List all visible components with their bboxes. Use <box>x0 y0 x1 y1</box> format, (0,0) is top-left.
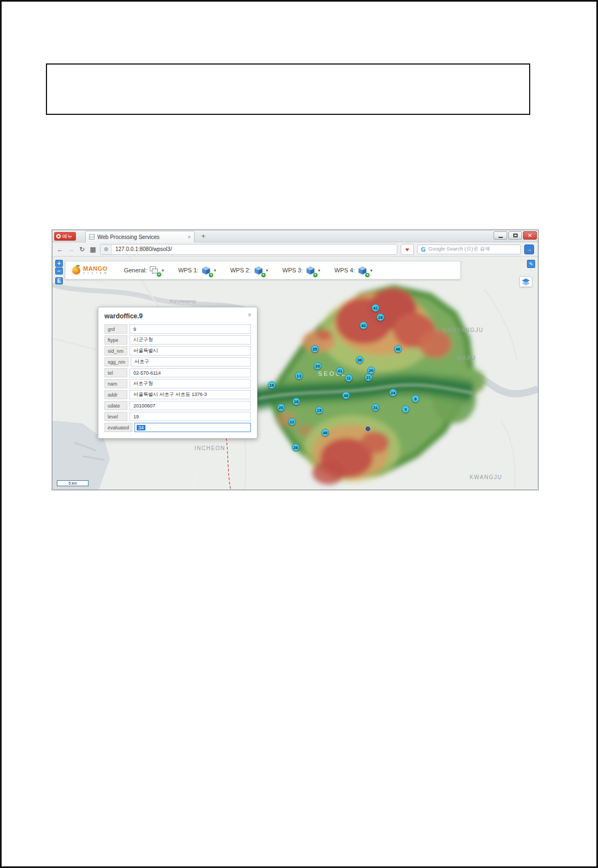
edit-mode-button[interactable]: E <box>55 277 63 284</box>
evaluated-input[interactable]: 34 <box>134 423 251 432</box>
popup-field-label: sgg_nm <box>104 357 128 366</box>
popup-row: sgg_nm서초구 <box>104 357 251 366</box>
scale-bar: 5 km <box>57 480 89 486</box>
map-marker[interactable]: 46 <box>321 429 329 436</box>
opera-logo-icon <box>56 234 61 238</box>
map-marker[interactable]: 0 <box>402 405 409 413</box>
map-marker[interactable]: 42 <box>372 304 379 312</box>
map-marker[interactable]: 24 <box>389 389 397 397</box>
popup-field-value: 시군구청 <box>130 335 251 345</box>
map-label: NAMYANGJU <box>442 327 484 333</box>
map-marker[interactable]: 16 <box>268 381 275 389</box>
search-box[interactable]: G Google Search (으)로 검색 <box>417 244 521 254</box>
map-marker[interactable]: 46 <box>394 345 402 353</box>
window-controls: ✕ <box>494 231 537 240</box>
speed-dial-icon[interactable]: ▦ <box>89 246 97 253</box>
map-marker[interactable]: 20 <box>367 366 375 374</box>
maximize-icon <box>513 234 518 237</box>
map-marker[interactable]: 35 <box>311 345 319 353</box>
toolbar-item-label: WPS 2: <box>230 267 250 273</box>
map-marker[interactable]: 15 <box>315 406 323 414</box>
map-marker[interactable]: 48 <box>342 392 350 399</box>
map-marker[interactable]: 26 <box>292 444 300 451</box>
toolbar-item-label: WPS 4: <box>335 267 355 273</box>
map-marker[interactable]: 31 <box>372 404 379 411</box>
forward-icon[interactable]: → <box>67 246 75 253</box>
map-area[interactable]: 한강 (Hangang)NAMYANGJUWABUSEOULINCHEONKWA… <box>52 257 538 490</box>
maximize-button[interactable] <box>508 231 522 240</box>
sidebar-toggle-button[interactable]: → <box>524 244 534 254</box>
selected-point[interactable] <box>366 427 370 431</box>
map-marker[interactable]: 28 <box>377 313 384 321</box>
minimize-button[interactable] <box>494 231 507 240</box>
popup-field-value: 서울특별시 <box>130 346 251 356</box>
map-marker[interactable]: 21 <box>365 374 372 381</box>
toolbar-wps1-dropdown[interactable]: WPS 1: + ▾ <box>178 265 216 275</box>
map-label: 한강 (Hangang) <box>169 299 196 304</box>
zoom-controls: + − <box>55 260 63 275</box>
map-label: KWANGJU <box>470 474 502 480</box>
address-bar[interactable]: ⊕ 127.0.0.1:8080/wpsol3/ <box>100 244 397 255</box>
map-marker[interactable]: 40 <box>360 322 367 329</box>
map-marker[interactable]: 22 <box>288 418 296 426</box>
new-tab-button[interactable]: + <box>199 232 208 241</box>
popup-field-label: tel <box>104 368 127 377</box>
bookmark-heart-button[interactable]: ♥ <box>401 244 414 255</box>
tab-favicon-icon <box>89 234 95 240</box>
toolbar-wps3-dropdown[interactable]: WPS 3: + ▾ <box>283 265 320 275</box>
browser-menu-button[interactable]: 메뉴 <box>54 232 76 241</box>
toolbar-item-label: General: <box>124 267 147 273</box>
popup-row: nam서초구청 <box>104 379 251 388</box>
map-marker[interactable]: 41 <box>336 367 344 375</box>
wps-cube-icon: + <box>254 265 263 275</box>
brand-name: MANGO <box>83 266 108 272</box>
popup-close-icon[interactable]: × <box>248 311 251 319</box>
popup-field-value: 9 <box>130 324 251 334</box>
toolbar-general-dropdown[interactable]: General: + ▾ <box>124 266 164 275</box>
map-marker[interactable]: 16 <box>292 398 300 405</box>
wps-cube-icon: + <box>201 265 211 275</box>
map-marker[interactable]: 8 <box>412 395 419 403</box>
tab-title: Web Processing Services <box>97 234 185 240</box>
popup-row: addr서울특별시 서초구 서초동 1376-3 <box>104 390 251 399</box>
google-icon: G <box>421 246 426 253</box>
draw-pencil-button[interactable]: ✎ <box>527 260 535 268</box>
map-marker[interactable]: 33 <box>314 362 321 370</box>
layer-switcher-button[interactable] <box>519 276 532 287</box>
mango-brand: MANGO S Y S T E M <box>72 266 108 275</box>
mango-logo-icon <box>72 266 80 275</box>
map-marker[interactable]: 11 <box>345 374 353 382</box>
close-button[interactable]: ✕ <box>523 231 537 240</box>
zoom-out-button[interactable]: − <box>55 267 63 275</box>
toolbar-wps4-dropdown[interactable]: WPS 4: + ▾ <box>335 265 372 275</box>
popup-title: wardoffice.9 <box>104 312 251 320</box>
feature-popup: wardoffice.9 × grd9ftype시군구청sid_nm서울특별시s… <box>98 307 257 439</box>
popup-field-value: 19 <box>130 412 251 421</box>
selected-text: 34 <box>137 425 145 430</box>
reload-icon[interactable]: ↻ <box>78 246 86 253</box>
popup-row: grd9 <box>104 324 251 334</box>
popup-field-value: 서울특별시 서초구 서초동 1376-3 <box>130 390 251 399</box>
popup-field-value: 서초구 <box>131 357 251 366</box>
popup-field-label: level <box>104 412 127 421</box>
wps-toolbar: MANGO S Y S T E M General: + ▾ WPS 1: + … <box>65 261 461 279</box>
toolbar-wps2-dropdown[interactable]: WPS 2: + ▾ <box>230 265 268 275</box>
popup-field-value: 서초구청 <box>130 379 251 388</box>
layers-add-icon: + <box>150 266 159 275</box>
chevron-down-icon: ▾ <box>214 268 216 273</box>
search-placeholder: Google Search (으)로 검색 <box>429 246 490 253</box>
popup-field-label: udate <box>104 401 127 410</box>
zoom-in-button[interactable]: + <box>55 260 63 267</box>
map-marker[interactable]: 36 <box>356 356 364 364</box>
popup-field-label: grd <box>104 324 127 334</box>
map-marker[interactable]: 13 <box>295 372 303 380</box>
tab-close-icon[interactable]: × <box>187 234 191 240</box>
browser-tab[interactable]: Web Processing Services × <box>85 231 195 242</box>
minimize-icon <box>499 237 503 238</box>
browser-navbar: ← → ↻ ▦ ⊕ 127.0.0.1:8080/wpsol3/ ♥ G Goo… <box>52 242 538 257</box>
map-label: INCHEON <box>195 445 226 451</box>
url-text: 127.0.0.1:8080/wpsol3/ <box>112 246 175 252</box>
wps-cube-icon: + <box>357 265 367 275</box>
map-marker[interactable]: 20 <box>277 404 285 411</box>
back-icon[interactable]: ← <box>56 246 64 253</box>
